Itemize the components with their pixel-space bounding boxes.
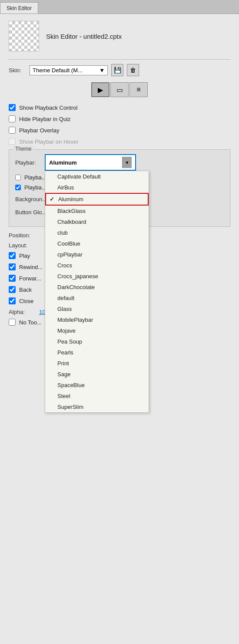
theme-group: Theme Playbar: Aluminum ▼ Captivate Defa… <box>9 149 230 227</box>
playbar-dropdown-arrow-icon: ▼ <box>122 157 132 168</box>
dropdown-item-chalkboard[interactable]: Chalkboard <box>45 216 149 227</box>
hide-playbar-quiz-label: Hide Playbar in Quiz <box>19 116 71 122</box>
forward-control-label: Forwar... <box>19 275 41 282</box>
playbar-theme-dropdown-container: Aluminum ▼ Captivate Default AirBus Alum… <box>45 154 136 171</box>
dropdown-item-cpplaybar[interactable]: cpPlaybar <box>45 249 149 260</box>
skin-row: Skin: Theme Default (M... ▼ 💾 🗑 <box>9 64 230 76</box>
show-playback-label: Show Playback Control <box>19 105 77 111</box>
play-control-label: Play <box>19 253 30 259</box>
playbar-overlay-checkbox[interactable] <box>9 127 16 134</box>
main-panel: Skin Editor - untitled2.cptx Skin: Theme… <box>0 14 239 644</box>
header-row: Skin Editor - untitled2.cptx <box>9 21 230 51</box>
theme-dropdown-menu: Captivate Default AirBus Aluminum BlackG… <box>45 171 149 413</box>
tab-label: Skin Editor <box>7 5 32 11</box>
dropdown-item-crocs[interactable]: Crocs <box>45 260 149 271</box>
no-too-checkbox[interactable] <box>9 319 16 326</box>
layout-label: Layout: <box>9 242 39 249</box>
playbar-overlay-label: Playbar Overlay <box>19 127 59 134</box>
back-control-label: Back <box>19 287 32 293</box>
dropdown-item-default[interactable]: default <box>45 293 149 303</box>
dropdown-item-glass[interactable]: Glass <box>45 303 149 314</box>
thumbnail-preview <box>9 21 39 51</box>
play-icon: ▶ <box>98 86 103 94</box>
forward-control-checkbox[interactable] <box>9 275 16 282</box>
borders-view-button[interactable]: ▭ <box>110 82 129 97</box>
header-separator <box>9 59 230 60</box>
dropdown-item-darkchocolate[interactable]: DarkChocolate <box>45 282 149 293</box>
playbar-theme-label: Playbar: <box>15 159 41 166</box>
show-playbar-hover-checkbox <box>9 138 16 145</box>
page-title: Skin Editor - untitled2.cptx <box>46 33 122 40</box>
rewind-control-label: Rewind... <box>19 264 43 270</box>
show-playback-checkbox[interactable] <box>9 104 16 111</box>
dropdown-item-club[interactable]: club <box>45 227 149 238</box>
border-icon: ▭ <box>116 86 123 94</box>
dropdown-item-mobileplaybar[interactable]: MobilePlaybar <box>45 314 149 325</box>
playbar-theme-value: Aluminum <box>49 159 77 166</box>
playba2-checkbox[interactable] <box>15 185 21 190</box>
playbar-theme-dropdown[interactable]: Aluminum ▼ <box>45 154 136 171</box>
dropdown-item-pearls[interactable]: Pearls <box>45 347 149 358</box>
back-control-checkbox[interactable] <box>9 286 16 293</box>
dropdown-item-pea-soup[interactable]: Pea Soup <box>45 336 149 347</box>
skin-label: Skin: <box>9 67 26 74</box>
no-too-label: No Too... <box>19 319 42 326</box>
tab-bar: Skin Editor <box>0 0 239 14</box>
toc-view-button[interactable]: ≡ <box>129 82 148 97</box>
save-button[interactable]: 💾 <box>111 64 123 76</box>
dropdown-item-aluminum[interactable]: Aluminum <box>45 193 149 206</box>
close-control-checkbox[interactable] <box>9 297 16 304</box>
alpha-label: Alpha: <box>9 309 39 315</box>
dropdown-item-mojave[interactable]: Mojave <box>45 325 149 336</box>
dropdown-item-crocs-japanese[interactable]: Crocs_japanese <box>45 271 149 282</box>
dropdown-item-airbus[interactable]: AirBus <box>45 182 149 193</box>
rewind-control-checkbox[interactable] <box>9 263 16 270</box>
view-buttons: ▶ ▭ ≡ <box>9 82 230 97</box>
hide-playbar-quiz-row: Hide Playbar in Quiz <box>9 115 230 122</box>
playbar-view-button[interactable]: ▶ <box>91 82 110 97</box>
skin-dropdown-value: Theme Default (M... <box>33 67 83 74</box>
skin-editor-tab[interactable]: Skin Editor <box>0 2 38 13</box>
delete-icon: 🗑 <box>130 67 136 74</box>
skin-dropdown-arrow-icon: ▼ <box>99 67 105 74</box>
show-playbar-hover-row: Show Playbar on Hover <box>9 138 230 145</box>
position-label: Position: <box>9 232 39 239</box>
dropdown-item-superslim[interactable]: SuperSlim <box>45 401 149 412</box>
playbar-theme-row: Playbar: Aluminum ▼ Captivate Default Ai… <box>15 154 224 171</box>
dropdown-item-print[interactable]: Print <box>45 358 149 369</box>
theme-legend: Theme <box>13 146 33 152</box>
dropdown-item-steel[interactable]: Steel <box>45 391 149 401</box>
show-playbar-hover-label: Show Playbar on Hover <box>19 138 79 145</box>
skin-dropdown[interactable]: Theme Default (M... ▼ <box>30 65 108 75</box>
dropdown-item-spaceblue[interactable]: SpaceBlue <box>45 380 149 391</box>
dropdown-item-sage[interactable]: Sage <box>45 369 149 380</box>
hide-playbar-quiz-checkbox[interactable] <box>9 115 16 122</box>
playbar-overlay-row: Playbar Overlay <box>9 127 230 134</box>
playba1-checkbox[interactable] <box>15 175 21 180</box>
dropdown-item-blackglass[interactable]: BlackGlass <box>45 206 149 216</box>
play-control-checkbox[interactable] <box>9 252 16 259</box>
toc-icon: ≡ <box>136 86 140 94</box>
delete-button[interactable]: 🗑 <box>127 64 139 76</box>
dropdown-item-coolblue[interactable]: CoolBlue <box>45 238 149 249</box>
dropdown-item-captivate-default[interactable]: Captivate Default <box>45 171 149 182</box>
close-control-label: Close <box>19 298 33 304</box>
show-playback-row: Show Playback Control <box>9 104 230 111</box>
save-icon: 💾 <box>114 67 121 74</box>
